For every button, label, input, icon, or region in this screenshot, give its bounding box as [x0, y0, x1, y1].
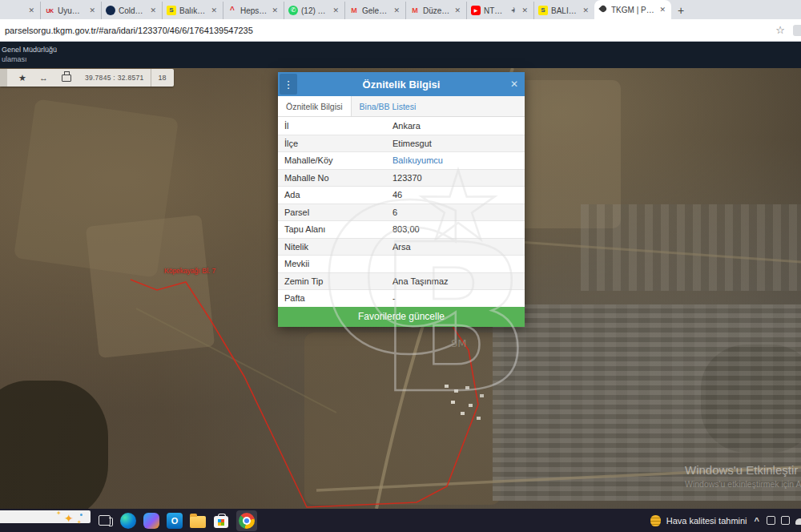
- modal-close-icon[interactable]: ✕: [510, 79, 518, 90]
- onedrive-icon[interactable]: [795, 518, 801, 525]
- site-header-line2: ulaması: [2, 55, 801, 63]
- row-value: 6: [392, 208, 397, 217]
- tab-close-icon[interactable]: ✕: [658, 5, 667, 14]
- browser-address-bar: parselsorgu.tkgm.gov.tr/#ara/idari/12337…: [0, 19, 801, 42]
- gmail-favicon: M: [410, 6, 420, 15]
- tab-label: BALIKKUYUMCU: [551, 6, 578, 15]
- weather-sparkle-dot: [80, 514, 83, 516]
- windows-taskbar: ✦ ✦ ✦ O Hava kalitesi tahmini ^: [0, 509, 801, 532]
- table-row-mahalle-koy: Mahalle/Köy Balıkuyumcu: [278, 151, 525, 169]
- measure-icon[interactable]: ↔: [39, 73, 48, 83]
- modal-title: Öznitelik Bilgisi: [278, 79, 525, 91]
- tab-label: TKGM | Parsel: [611, 6, 654, 14]
- tab-close-icon[interactable]: ✕: [209, 6, 219, 15]
- tab-close-icon[interactable]: ✕: [581, 6, 590, 15]
- row-value: Arsa: [392, 242, 411, 252]
- map-road: [497, 240, 801, 262]
- tab-balikkuyumcu-2[interactable]: S BALIKKUYUMCU ✕: [533, 2, 594, 19]
- tab-gmail-duzeltme[interactable]: M Düzeltme: Fin ✕: [405, 2, 466, 19]
- oznitelik-bilgisi-modal: ⋮ Öznitelik Bilgisi ✕ Öznitelik Bilgisi …: [278, 72, 525, 327]
- browser-tab-strip: ✕ UK Uyumsoft Kuru ✕ Coldwell Banke ✕ S …: [0, 0, 801, 19]
- row-label: Tapu Alanı: [278, 224, 392, 234]
- table-row-pafta: Pafta -: [278, 289, 525, 307]
- bookmark-star-icon[interactable]: ☆: [775, 24, 785, 36]
- air-quality-icon[interactable]: [650, 515, 661, 526]
- browser-extension-icon[interactable]: [793, 25, 801, 36]
- row-label: Mahalle/Köy: [278, 155, 392, 165]
- table-row-il: İl Ankara: [278, 117, 525, 135]
- tab-close-icon[interactable]: ✕: [26, 6, 36, 15]
- tab-coldwell-banker[interactable]: Coldwell Banke ✕: [101, 2, 162, 19]
- tab-tkgm-parsel-active[interactable]: TKGM | Parsel ✕: [594, 0, 671, 19]
- weather-sparkle-icon[interactable]: ✦: [64, 512, 74, 525]
- chrome-active-app[interactable]: [236, 510, 257, 531]
- tab-ntv-canli[interactable]: ▶ NTV Canlı ✕: [466, 2, 533, 19]
- hidden-icons-chevron[interactable]: ^: [755, 516, 759, 526]
- tab-label: Gelen Kutusu (: [362, 6, 388, 15]
- tab-label: Düzeltme: Fin: [423, 6, 449, 15]
- row-label: Pafta: [278, 293, 392, 303]
- chrome-icon[interactable]: [239, 513, 255, 529]
- taskbar-system-tray: Hava kalitesi tahmini ^: [650, 509, 801, 532]
- windows-watermark-line2: Windows'u etkinleştirmek için Ayarl: [685, 479, 801, 489]
- row-label: Mahalle No: [278, 173, 392, 183]
- whatsapp-favicon: ✆: [288, 6, 298, 15]
- map-zoom-level: 18: [151, 74, 174, 82]
- row-value: 46: [392, 190, 402, 200]
- tab-close-icon[interactable]: ✕: [392, 6, 401, 15]
- modal-header: ⋮ Öznitelik Bilgisi ✕: [278, 72, 525, 96]
- favorites-star-icon[interactable]: ★: [18, 73, 26, 83]
- screen: ✕ UK Uyumsoft Kuru ✕ Coldwell Banke ✕ S …: [0, 0, 801, 532]
- tab-label: (12) WhatsApp: [301, 6, 328, 15]
- row-label: Parsel: [278, 208, 392, 217]
- tab-audio-speaker-icon[interactable]: [509, 7, 517, 14]
- phone-link-icon[interactable]: [767, 516, 775, 525]
- row-label: İlçe: [278, 139, 392, 148]
- tab-label: NTV Canlı: [484, 6, 506, 15]
- weather-widget-label[interactable]: Hava kalitesi tahmini: [666, 516, 747, 526]
- file-explorer-icon[interactable]: [190, 513, 206, 529]
- tab-close-icon[interactable]: ✕: [148, 6, 158, 15]
- tab-label: Uyumsoft Kuru: [58, 6, 84, 15]
- taskbar-app-icons: O: [97, 509, 257, 532]
- task-view-icon[interactable]: [97, 513, 113, 529]
- tab-whatsapp[interactable]: ✆ (12) WhatsApp ✕: [284, 2, 344, 19]
- tab-uyumsoft[interactable]: UK Uyumsoft Kuru ✕: [40, 2, 101, 19]
- table-row-tapu-alani: Tapu Alanı 803,00: [278, 220, 525, 238]
- map-toolbar: ★ ↔ 39.7845 : 32.8571 18: [0, 69, 174, 87]
- row-value-link[interactable]: Balıkuyumcu: [392, 155, 443, 165]
- tab-gmail-inbox[interactable]: M Gelen Kutusu ( ✕: [344, 2, 405, 19]
- microsoft-store-icon[interactable]: [213, 513, 229, 529]
- display-icon[interactable]: [781, 516, 790, 525]
- tab-close-icon[interactable]: ✕: [87, 6, 97, 15]
- tab-balikkuyumcu-sahibinden[interactable]: S Balıkkuyumcu'd ✕: [162, 2, 223, 19]
- toolbar-cropped-icon[interactable]: [0, 69, 7, 87]
- modal-tab-bar: Öznitelik Bilgisi Bina/BB Listesi: [278, 96, 525, 117]
- new-tab-button[interactable]: +: [671, 2, 690, 19]
- tab-close-icon[interactable]: ✕: [520, 6, 529, 15]
- table-row-parsel: Parsel 6: [278, 204, 525, 221]
- tab-close-icon[interactable]: ✕: [270, 6, 280, 15]
- tkgm-site-header: Genel Müdürlüğü ulaması: [0, 42, 801, 68]
- hepsiemlak-favicon: ^: [227, 6, 237, 15]
- tab-close-icon[interactable]: ✕: [331, 6, 340, 15]
- table-row-mahalle-no: Mahalle No 123370: [278, 169, 525, 187]
- row-label: Zemin Tip: [278, 276, 392, 286]
- edge-browser-icon[interactable]: [120, 513, 136, 529]
- tab-cropped[interactable]: ✕: [0, 2, 40, 19]
- tab-hepsiemlak[interactable]: ^ Hepsi Emlak İl ✕: [223, 2, 284, 19]
- tab-bina-bb-listesi[interactable]: Bina/BB Listesi: [352, 96, 425, 116]
- sahibinden-favicon: S: [167, 6, 176, 15]
- row-label: İl: [278, 121, 392, 131]
- row-label: Nitelik: [278, 242, 392, 252]
- url-input[interactable]: parselsorgu.tkgm.gov.tr/#ara/idari/12337…: [5, 26, 775, 35]
- tab-close-icon[interactable]: ✕: [453, 6, 462, 15]
- tab-oznitelik-bilgisi[interactable]: Öznitelik Bilgisi: [278, 96, 352, 116]
- table-row-ilce: İlçe Etimesgut: [278, 135, 525, 152]
- favorilerde-guncelle-button[interactable]: Favorilerde güncelle: [278, 307, 525, 327]
- weather-sparkle-icon: ✦: [56, 510, 62, 517]
- copilot-icon[interactable]: [143, 513, 159, 529]
- outlook-icon[interactable]: O: [167, 513, 183, 529]
- table-row-ada: Ada 46: [278, 186, 525, 204]
- print-icon[interactable]: [62, 75, 71, 82]
